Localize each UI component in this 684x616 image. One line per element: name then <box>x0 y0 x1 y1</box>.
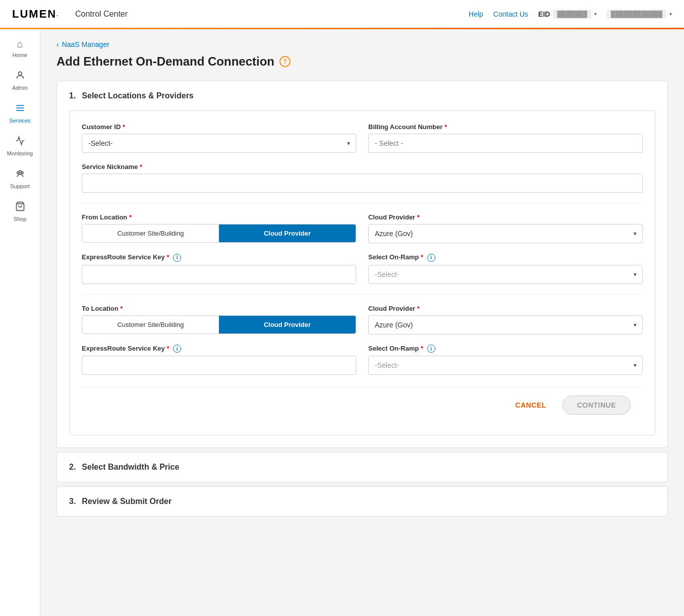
from-location-label: From Location * <box>82 213 356 221</box>
onramp-to-label: Select On-Ramp * i <box>368 345 643 353</box>
account-chevron[interactable]: ▾ <box>669 11 672 17</box>
eid-value: ███████ <box>553 10 591 19</box>
sidebar-item-monitoring[interactable]: Monitoring <box>0 130 40 162</box>
service-nickname-input[interactable] <box>82 174 643 193</box>
step-2-title: Select Bandwidth & Price <box>82 463 179 472</box>
cancel-button[interactable]: CANCEL <box>505 396 556 414</box>
cloud-provider-to-group: Cloud Provider * Azure (Gov) Azure AWS G… <box>368 305 643 334</box>
cloud-provider-from-label: Cloud Provider * <box>368 213 643 221</box>
logo-dot: · <box>56 13 59 19</box>
eid-chevron[interactable]: ▾ <box>594 11 597 17</box>
step-2-number: 2. <box>69 463 76 472</box>
from-customer-site-btn[interactable]: Customer Site/Building <box>82 225 219 242</box>
expressroute-to-label: ExpressRoute Service Key * i <box>82 345 356 353</box>
onramp-to-info-icon[interactable]: i <box>427 345 435 353</box>
expressroute-to-input[interactable] <box>82 356 356 375</box>
to-customer-site-btn[interactable]: Customer Site/Building <box>82 316 219 333</box>
sidebar-label-monitoring: Monitoring <box>7 150 33 156</box>
sidebar-label-services: Services <box>9 118 30 124</box>
breadcrumb-arrow: ‹ <box>56 40 59 48</box>
logo: LUMEN· <box>12 8 59 21</box>
monitoring-icon <box>15 136 25 148</box>
divider-2 <box>82 294 643 295</box>
onramp-to-group: Select On-Ramp * i -Select- ▾ <box>368 345 643 375</box>
account-section: ████████████ ▾ <box>607 10 672 19</box>
service-nickname-group: Service Nickname * <box>82 163 643 193</box>
services-icon <box>15 103 25 116</box>
step-3-title: Review & Submit Order <box>82 497 172 506</box>
customer-id-select-wrapper: -Select- ▾ <box>82 134 356 153</box>
account-value: ████████████ <box>607 10 666 19</box>
step-3-number: 3. <box>69 497 76 506</box>
step-1-title: Select Locations & Providers <box>82 91 193 100</box>
top-nav-right: Help Contact Us EID ███████ ▾ ██████████… <box>469 10 672 19</box>
sidebar-item-shop[interactable]: Shop <box>0 195 40 228</box>
from-cloud-provider-btn[interactable]: Cloud Provider <box>219 225 356 242</box>
shop-icon <box>15 201 25 214</box>
page-title: Add Ethernet On-Demand Connection <box>56 54 274 69</box>
to-cloud-provider-btn[interactable]: Cloud Provider <box>219 316 356 333</box>
sidebar-item-admin[interactable]: Admin <box>0 64 40 97</box>
customer-id-required: * <box>123 123 125 131</box>
express-from-required: * <box>166 253 169 261</box>
breadcrumb-link[interactable]: NaaS Manager <box>62 40 109 48</box>
billing-account-label: Billing Account Number * <box>368 123 643 131</box>
onramp-to-select[interactable]: -Select- <box>368 356 643 375</box>
action-row: CANCEL CONTINUE <box>82 387 643 423</box>
main-content: ‹ NaaS Manager Add Ethernet On-Demand Co… <box>40 28 684 616</box>
customer-id-label: Customer ID * <box>82 123 356 131</box>
step-1-number: 1. <box>69 91 76 100</box>
billing-account-input[interactable] <box>368 134 643 153</box>
svg-point-6 <box>17 172 19 174</box>
customer-id-group: Customer ID * -Select- ▾ <box>82 123 356 153</box>
sidebar-item-home[interactable]: ⌂ Home <box>0 32 40 64</box>
cloud-provider-from-select[interactable]: Azure (Gov) Azure AWS Google Cloud <box>368 224 643 243</box>
layout: ⌂ Home Admin Services <box>0 28 684 616</box>
billing-account-group: Billing Account Number * <box>368 123 643 153</box>
expressroute-from-group: ExpressRoute Service Key * i <box>82 253 356 284</box>
page-title-row: Add Ethernet On-Demand Connection ? <box>56 54 668 69</box>
cloud-provider-to-select-wrapper: Azure (Gov) Azure AWS Google Cloud ▾ <box>368 315 643 334</box>
sidebar-item-services[interactable]: Services <box>0 97 40 130</box>
onramp-from-select[interactable]: -Select- <box>368 265 643 284</box>
onramp-to-required: * <box>421 345 423 352</box>
sidebar-label-support: Support <box>10 183 30 189</box>
cloud-from-required: * <box>417 213 420 221</box>
form-row-6: ExpressRoute Service Key * i Select On-R… <box>82 345 643 375</box>
home-icon: ⌂ <box>17 38 23 50</box>
sidebar-label-admin: Admin <box>12 85 28 91</box>
support-icon <box>15 169 25 181</box>
expressroute-to-info-icon[interactable]: i <box>173 345 181 353</box>
contact-link[interactable]: Contact Us <box>493 10 528 18</box>
form-card: Customer ID * -Select- ▾ <box>69 110 655 435</box>
sidebar-item-support[interactable]: Support <box>0 162 40 195</box>
form-row-5: To Location * Customer Site/Building Clo… <box>82 305 643 334</box>
customer-id-select[interactable]: -Select- <box>82 134 356 153</box>
app-title: Control Center <box>75 10 128 19</box>
top-nav: LUMEN· Control Center Help Contact Us EI… <box>0 0 684 28</box>
form-row-1: Customer ID * -Select- ▾ <box>82 123 643 153</box>
step-1-header: 1. Select Locations & Providers <box>57 81 667 110</box>
step-3-section: 3. Review & Submit Order <box>56 486 668 517</box>
breadcrumb: ‹ NaaS Manager <box>56 40 668 48</box>
help-link[interactable]: Help <box>469 10 483 18</box>
sidebar-label-home: Home <box>13 52 27 58</box>
svg-point-5 <box>21 172 23 174</box>
onramp-from-info-icon[interactable]: i <box>427 254 435 262</box>
continue-button[interactable]: CONTINUE <box>562 396 631 415</box>
from-location-required: * <box>129 213 132 221</box>
help-tooltip-icon[interactable]: ? <box>279 56 291 67</box>
expressroute-from-input[interactable] <box>82 265 356 284</box>
to-location-label: To Location * <box>82 305 356 312</box>
onramp-from-required: * <box>421 253 423 261</box>
eid-label: EID <box>538 10 550 18</box>
to-location-toggle: Customer Site/Building Cloud Provider <box>82 315 356 334</box>
cloud-provider-from-select-wrapper: Azure (Gov) Azure AWS Google Cloud ▾ <box>368 224 643 243</box>
expressroute-from-info-icon[interactable]: i <box>173 254 181 262</box>
cloud-provider-to-label: Cloud Provider * <box>368 305 643 312</box>
form-row-4: ExpressRoute Service Key * i Select On-R… <box>82 253 643 284</box>
to-location-group: To Location * Customer Site/Building Clo… <box>82 305 356 334</box>
cloud-provider-to-select[interactable]: Azure (Gov) Azure AWS Google Cloud <box>368 315 643 334</box>
nickname-required: * <box>140 163 142 171</box>
cloud-provider-from-group: Cloud Provider * Azure (Gov) Azure AWS G… <box>368 213 643 243</box>
